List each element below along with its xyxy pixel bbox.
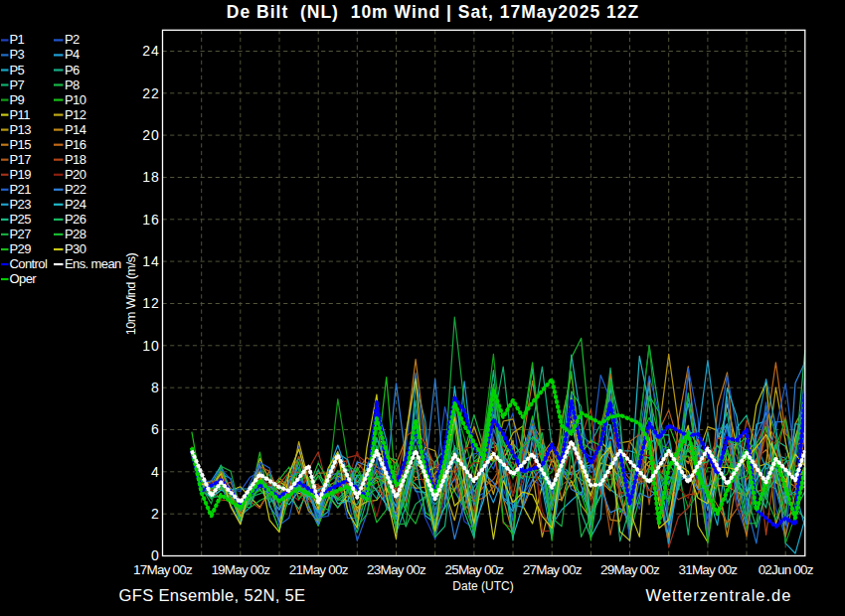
- svg-text:23May 00z: 23May 00z: [367, 562, 426, 577]
- svg-text:P20: P20: [65, 167, 86, 182]
- svg-text:P14: P14: [65, 122, 86, 137]
- svg-text:27May 00z: 27May 00z: [523, 562, 583, 577]
- svg-text:P19: P19: [10, 167, 32, 182]
- svg-text:P25: P25: [10, 212, 32, 227]
- svg-text:16: 16: [142, 212, 160, 228]
- svg-text:P21: P21: [10, 182, 32, 197]
- svg-text:P16: P16: [65, 137, 86, 152]
- svg-text:Wetterzentrale.de: Wetterzentrale.de: [646, 586, 792, 604]
- svg-text:P29: P29: [10, 241, 32, 256]
- svg-text:P3: P3: [10, 47, 25, 62]
- svg-text:Control: Control: [10, 256, 48, 271]
- svg-text:Oper: Oper: [10, 271, 38, 286]
- svg-text:10m Wind (m/s): 10m Wind (m/s): [123, 252, 138, 335]
- svg-text:P2: P2: [65, 32, 80, 47]
- svg-text:8: 8: [151, 380, 160, 395]
- svg-text:P24: P24: [65, 197, 86, 212]
- svg-text:02Jun 00z: 02Jun 00z: [759, 562, 814, 577]
- svg-text:P18: P18: [65, 152, 86, 167]
- svg-text:12: 12: [142, 295, 160, 311]
- svg-text:17May 00z: 17May 00z: [133, 562, 193, 577]
- svg-text:P22: P22: [65, 182, 86, 197]
- svg-text:P17: P17: [10, 152, 32, 167]
- svg-text:P23: P23: [10, 197, 32, 212]
- svg-text:P11: P11: [10, 107, 31, 122]
- svg-text:14: 14: [142, 253, 160, 269]
- svg-text:P9: P9: [10, 92, 25, 107]
- svg-text:P5: P5: [10, 63, 25, 77]
- svg-text:GFS Ensemble, 52N, 5E: GFS Ensemble, 52N, 5E: [119, 586, 306, 605]
- svg-text:0: 0: [151, 547, 160, 563]
- svg-text:20: 20: [142, 127, 160, 143]
- svg-text:P10: P10: [65, 92, 86, 107]
- svg-text:31May 00z: 31May 00z: [678, 562, 738, 577]
- svg-text:21May 00z: 21May 00z: [289, 562, 349, 577]
- svg-text:P4: P4: [65, 47, 80, 62]
- svg-text:P15: P15: [10, 137, 32, 152]
- svg-text:P28: P28: [65, 227, 86, 241]
- svg-text:25May 00z: 25May 00z: [444, 562, 504, 577]
- svg-text:P26: P26: [65, 212, 86, 227]
- svg-text:P12: P12: [65, 107, 86, 122]
- svg-text:29May 00z: 29May 00z: [600, 562, 660, 577]
- svg-text:P30: P30: [65, 241, 86, 256]
- svg-text:4: 4: [151, 464, 160, 480]
- svg-text:P7: P7: [10, 77, 25, 92]
- svg-text:P6: P6: [65, 63, 80, 77]
- svg-text:10: 10: [142, 338, 160, 354]
- svg-text:22: 22: [142, 85, 160, 101]
- svg-text:19May 00z: 19May 00z: [211, 562, 270, 577]
- svg-text:24: 24: [142, 43, 160, 59]
- svg-text:P13: P13: [10, 122, 32, 137]
- svg-text:6: 6: [151, 421, 160, 437]
- svg-text:P1: P1: [10, 32, 25, 47]
- svg-text:Date (UTC): Date (UTC): [452, 579, 513, 593]
- svg-text:P8: P8: [65, 77, 80, 92]
- svg-text:2: 2: [151, 506, 160, 522]
- svg-text:18: 18: [142, 169, 160, 185]
- svg-text:P27: P27: [10, 227, 32, 241]
- svg-text:Ens. mean: Ens. mean: [65, 256, 121, 271]
- svg-text:De Bilt (NL) 10m Wind | Sat,: De Bilt (NL) 10m Wind | Sat, 17May2025 1…: [227, 2, 639, 22]
